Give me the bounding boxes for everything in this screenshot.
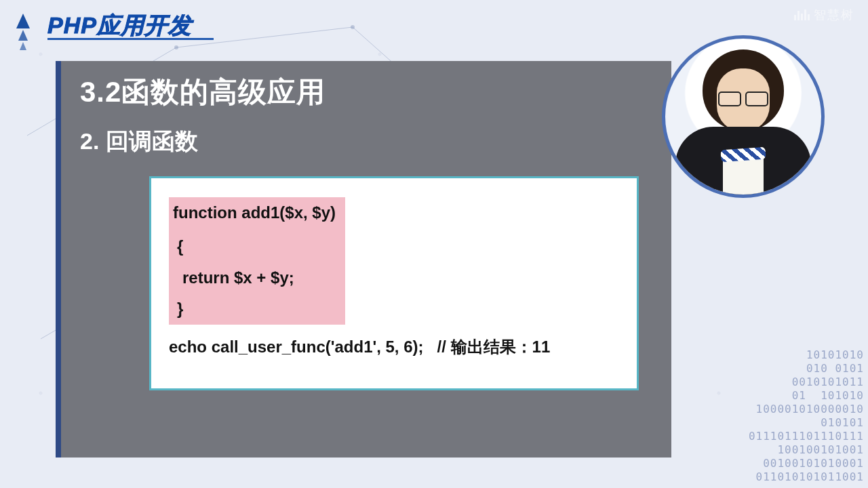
svg-point-7 [351, 25, 355, 29]
code-line-2: { [169, 231, 345, 262]
arrow-up-icon [16, 14, 30, 28]
code-call-line: echo call_user_func('add1', 5, 6); // 输出… [169, 331, 619, 363]
watermark-bars-icon [794, 9, 810, 20]
arrow-up-icon [18, 30, 28, 41]
slide-heading: 3.2函数的高级应用 [80, 73, 652, 111]
code-call: echo call_user_func('add1', 5, 6); [169, 338, 424, 356]
code-line-1: function add1($x, $y) [169, 197, 345, 231]
code-line-4: } [169, 293, 345, 325]
code-comment: // 输出结果：11 [437, 338, 551, 356]
glasses-icon [714, 92, 772, 102]
watermark: 智慧树 [794, 7, 854, 23]
code-block: function add1($x, $y) { return $x + $y; … [169, 197, 619, 363]
code-line-3: return $x + $y; [169, 262, 345, 293]
header-arrows [16, 14, 30, 50]
code-card: function add1($x, $y) { return $x + $y; … [149, 176, 639, 390]
course-title: PHP应用开发 [47, 10, 192, 41]
watermark-text: 智慧树 [814, 7, 854, 23]
binary-art: 10101010 010 0101 0010101011 01 101010 1… [749, 348, 864, 484]
header-underline [47, 38, 214, 40]
arrow-up-icon [20, 42, 26, 50]
svg-line-1 [176, 27, 353, 47]
presenter-avatar [662, 35, 825, 198]
svg-point-6 [174, 45, 178, 49]
slide-panel: 3.2函数的高级应用 2. 回调函数 function add1($x, $y)… [61, 61, 671, 458]
slide-subheading: 2. 回调函数 [80, 126, 652, 157]
